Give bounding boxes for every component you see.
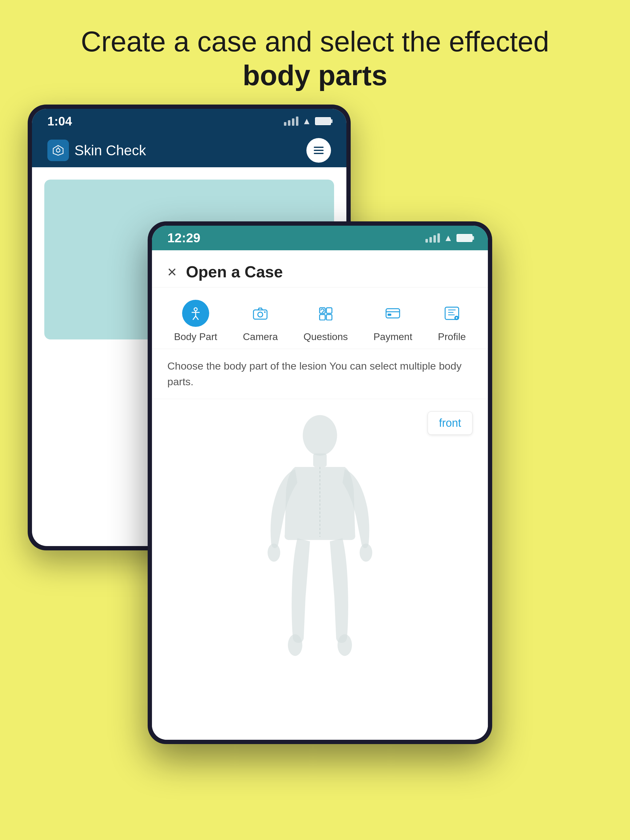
camera-label: Camera [243, 331, 278, 343]
steps-row: Body Part Camera [152, 287, 488, 349]
front-wifi-icon: ▲ [443, 233, 453, 243]
svg-point-25 [303, 415, 337, 456]
svg-point-30 [337, 634, 352, 656]
svg-rect-12 [326, 308, 332, 313]
questions-label: Questions [304, 331, 348, 343]
step-profile[interactable]: Profile [438, 300, 466, 343]
svg-rect-15 [386, 309, 400, 318]
questions-icon [312, 300, 339, 327]
front-toggle-button[interactable]: front [427, 411, 473, 435]
profile-icon [438, 300, 465, 327]
svg-line-6 [193, 316, 196, 320]
body-figure [246, 408, 394, 679]
svg-line-7 [196, 316, 198, 320]
step-camera[interactable]: Camera [243, 300, 278, 343]
camera-icon [247, 300, 274, 327]
body-view-area: front [152, 399, 488, 740]
profile-label: Profile [438, 331, 466, 343]
body-part-icon [182, 300, 209, 327]
back-time: 1:04 [47, 114, 72, 128]
body-part-label: Body Part [174, 331, 217, 343]
description: Choose the body part of the lesion You c… [152, 349, 488, 399]
svg-point-29 [288, 634, 302, 656]
back-statusbar: 1:04 ▲ [32, 109, 347, 133]
svg-rect-17 [388, 314, 391, 316]
front-statusbar: 12:29 ▲ [152, 226, 488, 250]
svg-rect-13 [320, 314, 325, 320]
front-battery-icon [456, 234, 473, 242]
payment-icon [379, 300, 406, 327]
svg-point-9 [258, 312, 263, 317]
step-questions[interactable]: Questions [304, 300, 348, 343]
back-logo: Skin Check [47, 140, 146, 161]
headline-line1: Create a case and select the effected [81, 26, 549, 57]
svg-rect-26 [313, 453, 327, 467]
modal-header: × Open a Case [152, 250, 488, 287]
wifi-icon: ▲ [302, 116, 311, 126]
payment-label: Payment [374, 331, 412, 343]
headline-line2: body parts [243, 60, 387, 91]
svg-point-28 [359, 543, 372, 562]
step-payment[interactable]: Payment [374, 300, 412, 343]
close-button[interactable]: × [167, 264, 177, 280]
back-header: Skin Check [32, 133, 347, 167]
back-status-icons: ▲ [284, 116, 331, 126]
modal-title: Open a Case [186, 262, 283, 281]
logo-icon [47, 140, 69, 161]
front-status-icons: ▲ [426, 233, 473, 243]
app-name: Skin Check [74, 142, 146, 159]
front-content: × Open a Case Body Part [152, 250, 488, 740]
menu-button[interactable] [306, 138, 331, 163]
svg-point-3 [194, 308, 197, 311]
signal-icon [284, 117, 298, 126]
svg-rect-8 [253, 310, 267, 319]
svg-point-1 [56, 148, 60, 152]
tablet-front: 12:29 ▲ × Open a Case [148, 221, 492, 744]
svg-point-27 [268, 543, 280, 562]
headline: Create a case and select the effected bo… [0, 0, 630, 93]
step-body-part[interactable]: Body Part [174, 300, 217, 343]
front-time: 12:29 [167, 231, 200, 245]
svg-point-10 [264, 311, 266, 313]
svg-rect-14 [326, 314, 332, 320]
front-signal-icon [426, 234, 440, 243]
battery-icon [315, 117, 331, 125]
